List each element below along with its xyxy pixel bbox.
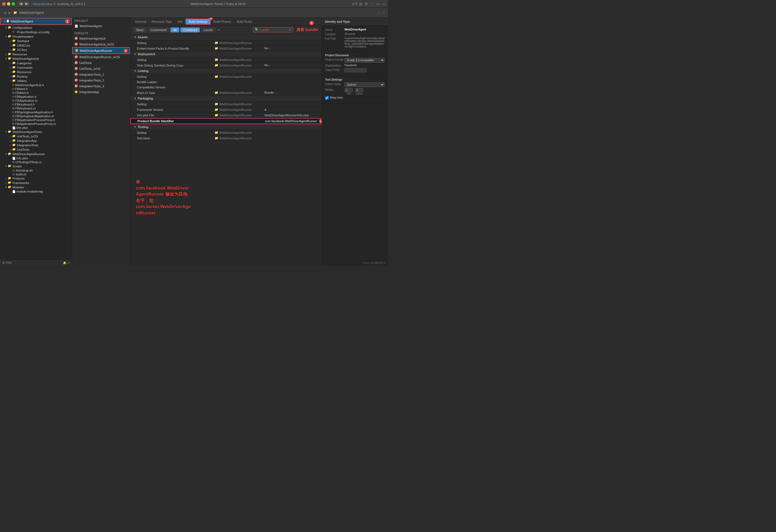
- back-button[interactable]: ◀: [19, 2, 23, 6]
- tree-wdarunner[interactable]: ▼ 📁 WebDriverAgentRunner: [0, 152, 72, 156]
- section-arrow: ▼: [134, 69, 137, 73]
- tree-fbappm[interactable]: ▷ M FBApplication.m: [0, 99, 72, 102]
- target-item-integrationtests1[interactable]: 🎯 IntegrationTests_1: [72, 71, 130, 77]
- tree-configurations[interactable]: ▼ 📁 Configurations: [0, 25, 72, 30]
- tree-xctest[interactable]: ▷ 📁 XCTest: [0, 48, 72, 52]
- project-format-select[interactable]: Xcode 3.2-compatible: [345, 58, 385, 63]
- tree-fbprocproxyh[interactable]: ▷ H FBApplicationProcessProxy.h: [0, 118, 72, 122]
- dropdown-arrow: ⌄: [275, 91, 277, 94]
- tree-wdatests[interactable]: ▼ 📁 WebDriverAgentTests: [0, 130, 72, 134]
- tree-fbspringm[interactable]: ▷ M FBSpringboardApplication.m: [0, 114, 72, 118]
- tree-unitteststvos[interactable]: ▷ 📁 UnitTests_tvOS: [0, 134, 72, 139]
- project-root-item[interactable]: ▼ 📋 WebDriverAgent 1: [0, 18, 72, 25]
- indent-width-input[interactable]: [355, 88, 363, 92]
- target-item-wdarunner-tvos[interactable]: 🎯 WebDriverAgentRunner_tvOS: [72, 54, 130, 60]
- tree-routing[interactable]: ▷ 📁 Routing: [0, 74, 72, 79]
- tree-unittests[interactable]: ▷ 📁 UnitTests: [0, 148, 72, 152]
- tree-scripts[interactable]: ▼ 📁 Scripts: [0, 164, 72, 169]
- tree-integrationtests[interactable]: ▷ 📁 IntegrationTests: [0, 143, 72, 148]
- tree-fbalertm[interactable]: ▷ M FBAlert.m: [0, 91, 72, 95]
- search-box[interactable]: 🔍 ✕: [253, 27, 293, 32]
- tab-build-rules[interactable]: Build Rules: [234, 19, 255, 24]
- target-item-integrationapp[interactable]: ⭐ IntegrationApp: [72, 89, 130, 95]
- tree-infoplist[interactable]: ▷ 📄 Info.plist: [0, 126, 72, 130]
- indent-using-select[interactable]: Spaces: [345, 82, 385, 87]
- class-prefix-input[interactable]: [345, 68, 367, 72]
- section-linking[interactable]: ▼ Linking: [130, 68, 322, 74]
- navigator: ▼ 📋 WebDriverAgent 1 ▼ 📁 Configurations …: [0, 18, 72, 266]
- tree-fbapph[interactable]: ▷ H FBApplication.h: [0, 95, 72, 99]
- tab-width-input[interactable]: [345, 88, 353, 92]
- subtab-all[interactable]: All: [170, 27, 179, 32]
- subtab-levels[interactable]: Levels: [201, 27, 215, 32]
- tree-privateheaders[interactable]: ▼ 📁 PrivateHeaders: [0, 34, 72, 39]
- target-item-wdalib-tvos[interactable]: 🎯 WebDriverAgentLib_tvOS: [72, 41, 130, 47]
- tree-resources[interactable]: ▷ 📁 Resources: [0, 52, 72, 56]
- tree-buildsh[interactable]: ▷ sh build.sh: [0, 172, 72, 176]
- folder-icon: 📁: [8, 185, 12, 189]
- subtab-customized[interactable]: Customized: [148, 27, 169, 32]
- minimize-button[interactable]: [7, 2, 10, 6]
- project-item[interactable]: 📋 WebDriverAgent: [72, 23, 130, 29]
- wrap-lines-checkbox[interactable]: [325, 96, 329, 100]
- target-item-unittests-tvos[interactable]: 🎯 UnitTests_tvOS: [72, 66, 130, 71]
- section-assets[interactable]: ▼ Assets: [130, 34, 322, 40]
- tree-wdalib[interactable]: ▼ 📁 WebDriverAgentLib: [0, 56, 72, 61]
- tab-general[interactable]: General: [133, 19, 149, 24]
- tree-categories[interactable]: ▷ 📁 Categories: [0, 61, 72, 65]
- tree-commands[interactable]: ▷ 📁 Commands: [0, 65, 72, 70]
- search-clear-button[interactable]: ✕: [289, 28, 291, 32]
- section-packaging[interactable]: ▼ Packaging: [130, 95, 322, 101]
- tree-fbkeyh[interactable]: ▷ H FBKeyboard.h: [0, 102, 72, 106]
- tree-fbspringh[interactable]: ▷ H FBSpringboardApplication.h: [0, 110, 72, 114]
- add-setting-button[interactable]: +: [216, 28, 221, 32]
- play-button[interactable]: ▶: [24, 2, 29, 6]
- target-label: WebDriverAgentLib: [79, 37, 106, 40]
- toolbar-help-icon[interactable]: ?: [383, 11, 385, 15]
- layout-icon[interactable]: ▭: [376, 2, 380, 6]
- tree-uitestingm[interactable]: ▷ M UITestingUITests.m: [0, 160, 72, 164]
- settings-icon[interactable]: ⚙: [364, 2, 368, 6]
- tree-fbkeym[interactable]: ▷ M FBKeyboard.m: [0, 106, 72, 110]
- tree-fbprocproxym[interactable]: ▷ M FBApplicationProcessProxy.m: [0, 122, 72, 126]
- tree-projectsettings[interactable]: ▷ ⚙ ProjectSettings.xcconfig: [0, 30, 72, 34]
- tree-resources2[interactable]: ▷ 📁 Resources: [0, 70, 72, 74]
- tree-integrationapp[interactable]: ▷ 📁 IntegrationApp: [0, 139, 72, 143]
- nav-forward-icon[interactable]: →: [370, 2, 374, 6]
- tree-modules[interactable]: ▼ 📁 Modules: [0, 185, 72, 190]
- section-testing[interactable]: ▼ Testing: [130, 124, 322, 130]
- toolbar-nav-back[interactable]: ◀: [3, 11, 6, 15]
- toolbar-nav-forward[interactable]: ▶: [8, 11, 11, 15]
- tab-resource-tags[interactable]: Resource Tags: [149, 19, 175, 24]
- close-button[interactable]: [2, 2, 6, 6]
- tree-uikitcore[interactable]: ▷ 📁 UIKitCore: [0, 43, 72, 48]
- project-section-header: PROJECT: [72, 18, 130, 23]
- fullscreen-button[interactable]: [12, 2, 15, 6]
- tree-frameworks[interactable]: ▷ 📁 Frameworks: [0, 181, 72, 185]
- target-label: UnitTests_tvOS: [79, 67, 100, 70]
- target-item-wdarunner[interactable]: 🎯 WebDriverAgentRunner 2: [72, 47, 130, 54]
- section-deployment[interactable]: ▼ Deployment: [130, 51, 322, 57]
- tree-utilities[interactable]: ▷ 📁 Utilities: [0, 79, 72, 83]
- tree-products[interactable]: ▷ 📁 Products: [0, 176, 72, 181]
- tab-build-settings[interactable]: Build Settings 3: [185, 19, 211, 25]
- subtab-basic[interactable]: Basic: [134, 27, 147, 32]
- target-item-integrationtests3[interactable]: 🎯 IntegrationTests_3: [72, 83, 130, 89]
- target-item-integrationtests2[interactable]: 🎯 IntegrationTests_2: [72, 77, 130, 83]
- target-item-unittests[interactable]: 🎯 UnitTests: [72, 60, 130, 66]
- tree-textinput[interactable]: ▷ 📁 TextInput: [0, 39, 72, 43]
- tree-fbalerth[interactable]: ▷ H FBAlert.h: [0, 87, 72, 91]
- tab-info[interactable]: Info: [175, 19, 185, 24]
- tree-runner-plist[interactable]: ▷ 📄 Info.plist: [0, 156, 72, 160]
- target-name: WebDriverAgentRunner: [219, 113, 252, 117]
- search-input[interactable]: [260, 28, 288, 32]
- tab-build-phases[interactable]: Build Phases: [211, 19, 234, 24]
- tree-bootstrapsh[interactable]: ▷ sh bootstrap.sh: [0, 169, 72, 172]
- target-item-wdalib[interactable]: 🎯 WebDriverAgentLib: [72, 35, 130, 41]
- panel-icon[interactable]: ▭: [382, 2, 386, 6]
- toolbar-inspector-icon[interactable]: ▱: [378, 11, 381, 15]
- subtab-combined[interactable]: Combined: [180, 27, 200, 32]
- tree-wdalibh[interactable]: ▷ H WebDriverAgentLib.h: [0, 83, 72, 87]
- split-view-icon[interactable]: ⊞: [359, 2, 362, 6]
- tree-modulemap[interactable]: ▷ 📄 module.modulemap: [0, 190, 72, 193]
